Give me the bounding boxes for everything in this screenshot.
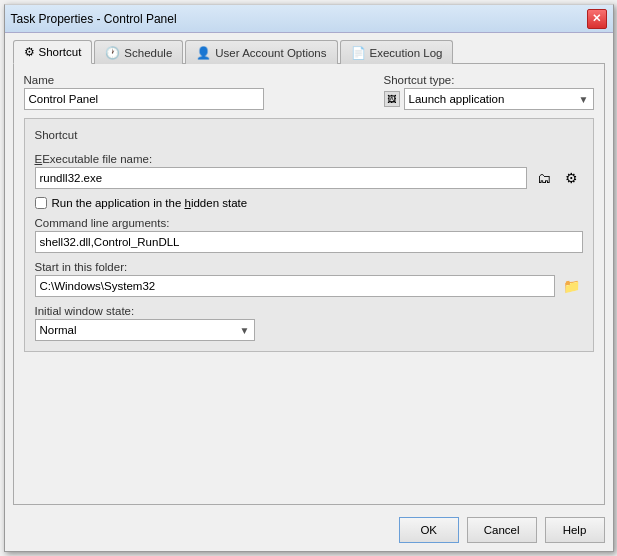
shortcut-section-label: Shortcut bbox=[35, 129, 583, 141]
content-area: Name Shortcut type: 🖼 Launch application… bbox=[13, 63, 605, 505]
hidden-state-row: Run the application in the hidden state bbox=[35, 197, 583, 209]
folder-row: 📁 bbox=[35, 275, 583, 297]
exe-label: EExecutable file name: bbox=[35, 153, 583, 165]
hidden-state-checkbox[interactable] bbox=[35, 197, 47, 209]
button-row: OK Cancel Help bbox=[5, 513, 613, 551]
cancel-button[interactable]: Cancel bbox=[467, 517, 537, 543]
cmd-input[interactable] bbox=[35, 231, 583, 253]
name-label: Name bbox=[24, 74, 264, 86]
hidden-state-label: Run the application in the hidden state bbox=[52, 197, 248, 209]
tab-user-account-label: User Account Options bbox=[215, 47, 326, 59]
shortcut-type-icon: 🖼 bbox=[384, 91, 400, 107]
close-button[interactable]: ✕ bbox=[587, 9, 607, 29]
shortcut-type-arrow-icon: ▼ bbox=[579, 94, 589, 105]
name-input[interactable] bbox=[24, 88, 264, 110]
tab-execution-log[interactable]: 📄 Execution Log bbox=[340, 40, 454, 64]
ok-button[interactable]: OK bbox=[399, 517, 459, 543]
schedule-tab-icon: 🕐 bbox=[105, 46, 120, 60]
settings-icon[interactable]: ⚙ bbox=[561, 167, 583, 189]
title-bar: Task Properties - Control Panel ✕ bbox=[5, 5, 613, 33]
browse-icon[interactable]: 🗂 bbox=[533, 167, 555, 189]
folder-input[interactable] bbox=[35, 275, 555, 297]
folder-label: Start in this folder: bbox=[35, 261, 583, 273]
cmd-group: Command line arguments: bbox=[35, 217, 583, 253]
window-title: Task Properties - Control Panel bbox=[11, 12, 177, 26]
exe-group: EExecutable file name: 🗂 ⚙ bbox=[35, 153, 583, 189]
window-state-arrow-icon: ▼ bbox=[240, 325, 250, 336]
folder-browse-icon[interactable]: 📁 bbox=[561, 275, 583, 297]
main-window: Task Properties - Control Panel ✕ ⚙ Shor… bbox=[4, 4, 614, 552]
window-state-dropdown[interactable]: Normal ▼ bbox=[35, 319, 255, 341]
tab-shortcut-label: Shortcut bbox=[39, 46, 82, 58]
name-group: Name bbox=[24, 74, 264, 110]
tab-user-account[interactable]: 👤 User Account Options bbox=[185, 40, 337, 64]
shortcut-tab-icon: ⚙ bbox=[24, 45, 35, 59]
window-state-label: Initial window state: bbox=[35, 305, 583, 317]
exe-input[interactable] bbox=[35, 167, 527, 189]
top-row: Name Shortcut type: 🖼 Launch application… bbox=[24, 74, 594, 110]
tabs-bar: ⚙ Shortcut 🕐 Schedule 👤 User Account Opt… bbox=[5, 33, 613, 63]
cmd-label: Command line arguments: bbox=[35, 217, 583, 229]
folder-group: Start in this folder: 📁 bbox=[35, 261, 583, 297]
user-account-tab-icon: 👤 bbox=[196, 46, 211, 60]
tab-schedule[interactable]: 🕐 Schedule bbox=[94, 40, 183, 64]
shortcut-type-dropdown[interactable]: Launch application ▼ bbox=[404, 88, 594, 110]
tab-shortcut[interactable]: ⚙ Shortcut bbox=[13, 40, 93, 64]
help-button[interactable]: Help bbox=[545, 517, 605, 543]
tab-execution-log-label: Execution Log bbox=[370, 47, 443, 59]
shortcut-section: Shortcut EExecutable file name: 🗂 ⚙ Run … bbox=[24, 118, 594, 352]
tab-schedule-label: Schedule bbox=[124, 47, 172, 59]
window-state-group: Initial window state: Normal ▼ bbox=[35, 305, 583, 341]
execution-log-tab-icon: 📄 bbox=[351, 46, 366, 60]
window-state-value: Normal bbox=[40, 324, 77, 336]
shortcut-type-label: Shortcut type: bbox=[384, 74, 594, 86]
shortcut-type-group: Shortcut type: 🖼 Launch application ▼ bbox=[384, 74, 594, 110]
shortcut-type-value: Launch application bbox=[409, 93, 505, 105]
exe-row: 🗂 ⚙ bbox=[35, 167, 583, 189]
